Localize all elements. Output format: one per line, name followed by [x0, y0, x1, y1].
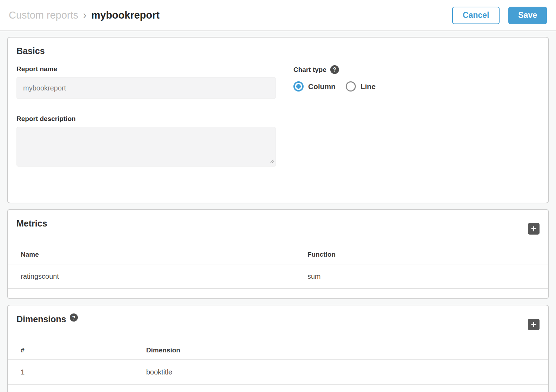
question-mark-icon[interactable]: ?	[70, 313, 78, 322]
dimension-index-cell: 1	[8, 368, 146, 376]
page-header: Custom reports › mybookreport Cancel Sav…	[0, 0, 556, 31]
radio-selected-icon[interactable]	[293, 81, 304, 92]
question-mark-icon[interactable]: ?	[330, 65, 339, 74]
report-name-input[interactable]	[16, 77, 276, 99]
save-button[interactable]: Save	[508, 7, 547, 24]
cancel-button[interactable]: Cancel	[452, 7, 500, 24]
metrics-table-row[interactable]: ratingscount sum	[8, 264, 548, 289]
content-area: Basics Report name Report description	[0, 31, 556, 392]
plus-icon	[531, 322, 537, 327]
basics-title: Basics	[16, 46, 540, 56]
metrics-col-function: Function	[307, 251, 548, 258]
chart-type-line-label: Line	[360, 82, 375, 91]
dimensions-col-index: #	[8, 346, 146, 354]
chart-type-radio-group: Column Line	[293, 81, 540, 92]
chart-type-column-label: Column	[308, 82, 335, 91]
header-actions: Cancel Save	[452, 7, 547, 24]
plus-icon	[531, 226, 537, 232]
report-name-label: Report name	[16, 65, 276, 73]
metrics-table-footer	[8, 289, 548, 298]
dimensions-col-dimension: Dimension	[146, 346, 548, 354]
basics-section: Basics Report name Report description	[7, 37, 549, 203]
chart-type-option-line[interactable]: Line	[346, 81, 375, 92]
breadcrumb-parent-link[interactable]: Custom reports	[9, 9, 78, 21]
dimensions-table-footer	[8, 385, 548, 392]
metric-function-cell: sum	[307, 272, 548, 281]
metrics-col-name: Name	[8, 251, 307, 258]
chart-type-option-column[interactable]: Column	[293, 81, 335, 92]
dimensions-table: # Dimension 1 booktitle	[8, 341, 548, 392]
report-description-input[interactable]	[16, 127, 276, 167]
dimensions-table-header: # Dimension	[8, 341, 548, 360]
metrics-table: Name Function ratingscount sum	[8, 245, 548, 298]
chevron-right-icon: ›	[83, 9, 86, 22]
page-title: mybookreport	[91, 9, 160, 21]
dimensions-title: Dimensions	[16, 314, 66, 324]
metrics-section: Metrics Name Function ratingscount sum	[7, 209, 549, 299]
radio-unselected-icon[interactable]	[346, 81, 356, 92]
metrics-table-header: Name Function	[8, 245, 548, 264]
dimension-name-cell: booktitle	[146, 368, 548, 376]
dimensions-table-row[interactable]: 1 booktitle	[8, 360, 548, 385]
metrics-title: Metrics	[16, 218, 47, 229]
add-metric-button[interactable]	[528, 223, 540, 235]
report-description-label: Report description	[16, 115, 276, 123]
breadcrumb: Custom reports › mybookreport	[9, 9, 160, 21]
metric-name-cell: ratingscount	[8, 272, 307, 281]
chart-type-label: Chart type	[293, 66, 326, 74]
dimensions-section: Dimensions ? # Dimension 1 booktitle	[7, 305, 549, 392]
add-dimension-button[interactable]	[528, 319, 540, 330]
